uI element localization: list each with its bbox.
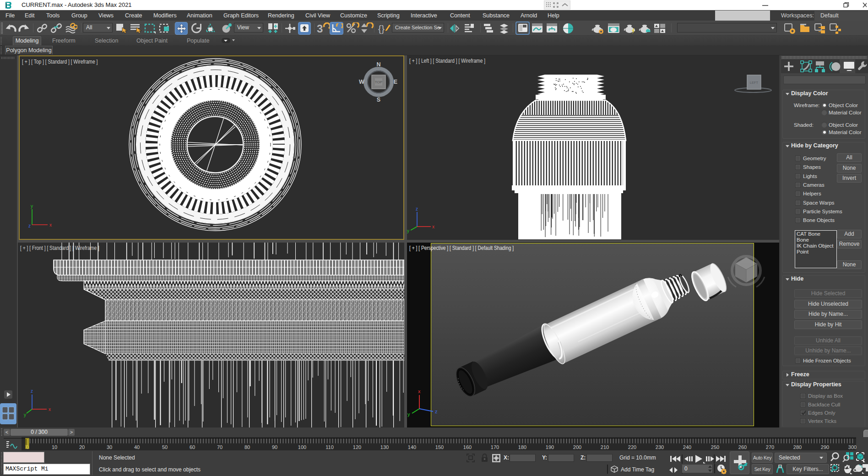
svg-text:N: N	[376, 61, 380, 68]
svg-text:{}: {}	[378, 23, 385, 34]
svg-text:x: x	[418, 389, 421, 394]
svg-text:LEFT: LEFT	[750, 81, 759, 85]
svg-text:W: W	[359, 79, 364, 85]
svg-text:z: z	[28, 223, 31, 228]
svg-text:x: x	[49, 407, 51, 412]
svg-text:x: x	[49, 222, 52, 227]
svg-text:3: 3	[317, 22, 323, 34]
svg-text:y: y	[407, 228, 409, 233]
svg-text:S: S	[377, 97, 380, 103]
svg-text:y: y	[407, 411, 410, 417]
svg-text:y: y	[24, 412, 26, 417]
svg-text:y: y	[31, 204, 33, 209]
svg-text:TOP: TOP	[375, 80, 382, 84]
svg-text:z: z	[435, 409, 438, 414]
svg-text:z: z	[31, 389, 33, 394]
svg-text:z: z	[416, 206, 418, 211]
svg-text:E: E	[394, 79, 397, 85]
svg-text:x: x	[432, 224, 434, 229]
